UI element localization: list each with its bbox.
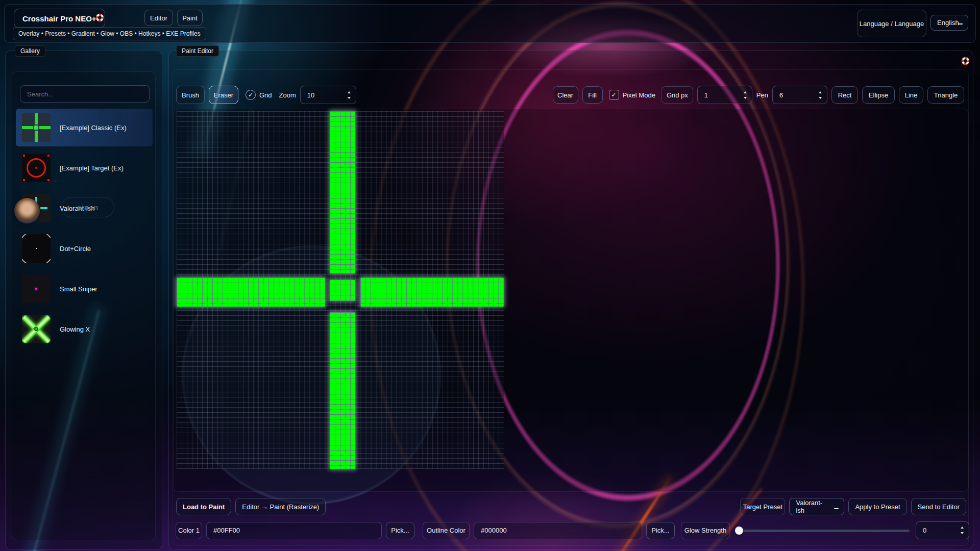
- avatar: [14, 198, 40, 223]
- dropdown-indicator-icon: [834, 508, 839, 510]
- color-controls-row: Color 1 Pick... Outline Color Pick... Gl…: [176, 521, 969, 539]
- target-preset-value: Valorant-ish: [796, 499, 830, 514]
- app-header: Crosshair Pro NEO+ Editor Paint Overlay …: [4, 4, 976, 43]
- painted-pixel-block: [177, 278, 325, 307]
- brush-tool-button[interactable]: Brush: [176, 86, 205, 104]
- glow-strength-slider[interactable]: [734, 522, 912, 539]
- zoom-label: Zoom: [279, 91, 296, 99]
- glowing-x-thumbnail: [22, 315, 51, 343]
- color1-input[interactable]: [206, 522, 382, 539]
- nav-editor-button[interactable]: Editor: [144, 10, 173, 26]
- lifebuoy-icon: [95, 13, 104, 22]
- pixel-mode-checkbox[interactable]: ✓: [609, 90, 619, 100]
- language-label: Language / Language: [860, 20, 924, 28]
- glow-strength-value: 0: [923, 527, 926, 534]
- gallery-item-label: [Example] Classic (Ex): [60, 124, 127, 132]
- app-title-box: Crosshair Pro NEO+: [14, 9, 105, 28]
- tab-paint-editor[interactable]: Paint Editor: [176, 45, 219, 57]
- eraser-tool-button[interactable]: Eraser: [209, 86, 238, 104]
- color1-label-box: Color 1: [176, 522, 202, 539]
- rasterize-button[interactable]: Editor → Paint (Rasterize): [235, 498, 326, 515]
- paint-actions-right: Target Preset Valorant-ish Apply to Pres…: [740, 498, 966, 515]
- send-to-editor-button[interactable]: Send to Editor: [911, 498, 966, 515]
- watermark-name: sinan: [77, 203, 99, 212]
- paint-editor-panel: Paint Editor Brush Eraser ✓ Grid Zoom 10…: [168, 50, 973, 550]
- glow-strength-label: Glow Strength: [684, 527, 726, 534]
- pen-value: 6: [779, 91, 783, 99]
- dot-circle-thumbnail: [22, 234, 51, 263]
- grid-px-label: Grid px: [667, 91, 688, 99]
- apply-to-preset-button[interactable]: Apply to Preset: [848, 498, 906, 515]
- classic-crosshair-thumbnail: [22, 113, 51, 142]
- pen-spinner[interactable]: 6: [772, 86, 827, 104]
- paint-toolbar-right: Clear Fill ✓ Pixel Mode Grid px 1 Pen 6 …: [553, 85, 964, 105]
- grid-px-label-box: Grid px: [662, 86, 693, 104]
- spinner-arrows-icon[interactable]: [744, 86, 747, 104]
- ellipse-shape-button[interactable]: Ellipse: [862, 86, 895, 104]
- grid-checkbox[interactable]: ✓: [246, 90, 256, 100]
- app-title: Crosshair Pro NEO+: [22, 14, 96, 23]
- language-value: English: [937, 19, 959, 27]
- zoom-value: 10: [307, 91, 314, 99]
- clear-button[interactable]: Clear: [553, 86, 578, 104]
- color1-label: Color 1: [178, 527, 200, 534]
- gallery-item-dotcircle[interactable]: Dot+Circle: [16, 230, 153, 267]
- nav-paint-button[interactable]: Paint: [177, 10, 203, 26]
- gallery-item-label: Dot+Circle: [60, 245, 91, 253]
- zoom-spinner[interactable]: 10: [300, 86, 356, 104]
- rect-shape-button[interactable]: Rect: [831, 86, 858, 104]
- target-preset-label: Target Preset: [743, 503, 782, 511]
- target-preset-label-box: Target Preset: [740, 498, 785, 515]
- small-sniper-thumbnail: [22, 274, 51, 303]
- load-to-paint-button[interactable]: Load to Paint: [176, 498, 231, 515]
- pen-label: Pen: [756, 91, 768, 99]
- pixel-mode-label: Pixel Mode: [623, 91, 655, 99]
- grid-checkbox-label: Grid: [259, 91, 272, 99]
- gallery-item-target[interactable]: [Example] Target (Ex): [16, 149, 153, 187]
- gallery-item-label: [Example] Target (Ex): [60, 164, 124, 172]
- line-shape-button[interactable]: Line: [899, 86, 923, 104]
- slider-track[interactable]: [735, 530, 910, 532]
- canvas-container: [173, 109, 969, 492]
- language-label-box: Language / Language: [857, 10, 926, 37]
- fill-button[interactable]: Fill: [582, 86, 603, 104]
- search-input[interactable]: [20, 85, 150, 103]
- spinner-arrows-icon[interactable]: [961, 522, 964, 539]
- painted-pixel-block: [330, 111, 355, 273]
- glow-strength-label-box: Glow Strength: [681, 522, 730, 539]
- gallery-sidebar: Gallery [Example] Classic (Ex) [Example]…: [5, 50, 162, 550]
- triangle-shape-button[interactable]: Triangle: [927, 86, 964, 104]
- watermark-pill: sinan: [61, 197, 114, 217]
- paint-toolbar-left: Brush Eraser ✓ Grid Zoom 10: [176, 85, 356, 105]
- feature-subtitle: Overlay • Presets • Gradient • Glow • OB…: [18, 30, 201, 37]
- lifebuoy-close-icon[interactable]: [961, 57, 970, 65]
- target-crosshair-thumbnail: [22, 154, 51, 182]
- grid-px-spinner[interactable]: 1: [697, 86, 752, 104]
- gallery-item-label: Glowing X: [60, 325, 90, 333]
- spinner-arrows-icon[interactable]: [819, 86, 822, 104]
- outline-color-label: Outline Color: [427, 527, 465, 534]
- dropdown-indicator-icon: [958, 23, 963, 25]
- outline-pick-button[interactable]: Pick...: [646, 522, 675, 539]
- painted-pixel-block: [360, 278, 504, 307]
- glow-strength-spinner[interactable]: 0: [916, 521, 969, 539]
- language-select[interactable]: English: [930, 15, 968, 31]
- tab-gallery[interactable]: Gallery: [15, 45, 45, 57]
- gallery-item-glowingx[interactable]: Glowing X: [16, 310, 153, 348]
- slider-handle[interactable]: [735, 527, 743, 535]
- paint-actions-left: Load to Paint Editor → Paint (Rasterize): [176, 498, 326, 515]
- gallery-item-label: Small Sniper: [60, 285, 97, 293]
- outline-color-label-box: Outline Color: [423, 522, 470, 539]
- painted-pixel-block: [330, 280, 355, 301]
- color1-pick-button[interactable]: Pick...: [386, 522, 414, 539]
- pixel-canvas[interactable]: [177, 111, 504, 469]
- gallery-item-sniper[interactable]: Small Sniper: [16, 270, 153, 308]
- feature-subtitle-box: Overlay • Presets • Gradient • Glow • OB…: [13, 27, 206, 40]
- outline-color-input[interactable]: [474, 522, 642, 539]
- target-preset-select[interactable]: Valorant-ish: [789, 498, 844, 515]
- gallery-item-classic[interactable]: [Example] Classic (Ex): [16, 109, 153, 146]
- grid-px-value: 1: [704, 91, 708, 99]
- painted-pixel-block: [330, 312, 355, 469]
- spinner-arrows-icon[interactable]: [348, 86, 351, 104]
